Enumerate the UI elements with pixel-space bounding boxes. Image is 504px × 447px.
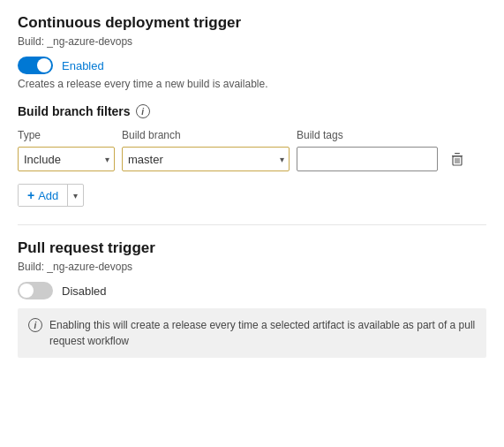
add-plus-icon: + bbox=[27, 188, 34, 202]
pr-build-label: Build: _ng-azure-devops bbox=[18, 261, 486, 273]
col-branch-header: Build branch bbox=[122, 129, 290, 141]
continuous-toggle-row: Enabled bbox=[18, 57, 486, 74]
continuous-toggle[interactable] bbox=[18, 57, 53, 74]
pr-title: Pull request trigger bbox=[18, 239, 486, 257]
continuous-toggle-label: Enabled bbox=[62, 59, 104, 72]
filter-row: Include Exclude ▾ master main develop ▾ bbox=[18, 147, 486, 171]
pr-info-box: i Enabling this will create a release ev… bbox=[18, 308, 486, 358]
col-tags-header: Build tags bbox=[297, 129, 438, 141]
add-label: Add bbox=[38, 189, 58, 202]
branch-select-wrapper: master main develop ▾ bbox=[122, 147, 290, 171]
section-divider bbox=[18, 224, 486, 225]
filters-title-row: Build branch filters i bbox=[18, 104, 486, 118]
pr-toggle[interactable] bbox=[18, 282, 53, 299]
branch-select[interactable]: master main develop bbox=[122, 147, 290, 171]
pr-toggle-knob bbox=[19, 284, 34, 298]
continuous-build-label: Build: _ng-azure-devops bbox=[18, 35, 486, 48]
col-headers: Type Build branch Build tags bbox=[18, 129, 486, 141]
delete-row-button[interactable] bbox=[445, 147, 470, 171]
tags-input[interactable] bbox=[297, 147, 438, 171]
continuous-title: Continuous deployment trigger bbox=[18, 14, 486, 32]
toggle-knob bbox=[37, 58, 51, 72]
filters-info-icon[interactable]: i bbox=[136, 104, 150, 118]
add-button[interactable]: + Add bbox=[19, 185, 68, 206]
pr-info-text: Enabling this will create a release ever… bbox=[49, 317, 476, 349]
pr-toggle-row: Disabled bbox=[18, 282, 486, 299]
filters-section: Build branch filters i Type Build branch… bbox=[18, 104, 486, 171]
pull-request-section: Pull request trigger Build: _ng-azure-de… bbox=[18, 239, 486, 358]
pr-toggle-label: Disabled bbox=[62, 284, 107, 298]
svg-rect-1 bbox=[455, 153, 460, 154]
filters-title: Build branch filters bbox=[18, 104, 131, 118]
col-type-header: Type bbox=[18, 129, 115, 141]
add-dropdown-button[interactable]: ▾ bbox=[68, 187, 83, 204]
type-select[interactable]: Include Exclude bbox=[18, 147, 115, 171]
type-select-wrapper: Include Exclude ▾ bbox=[18, 147, 115, 171]
continuous-toggle-desc: Creates a release every time a new build… bbox=[18, 78, 486, 90]
add-chevron-icon: ▾ bbox=[73, 191, 78, 201]
add-row: + Add ▾ bbox=[18, 184, 84, 207]
pr-info-icon: i bbox=[28, 318, 42, 332]
continuous-section: Continuous deployment trigger Build: _ng… bbox=[18, 14, 486, 90]
